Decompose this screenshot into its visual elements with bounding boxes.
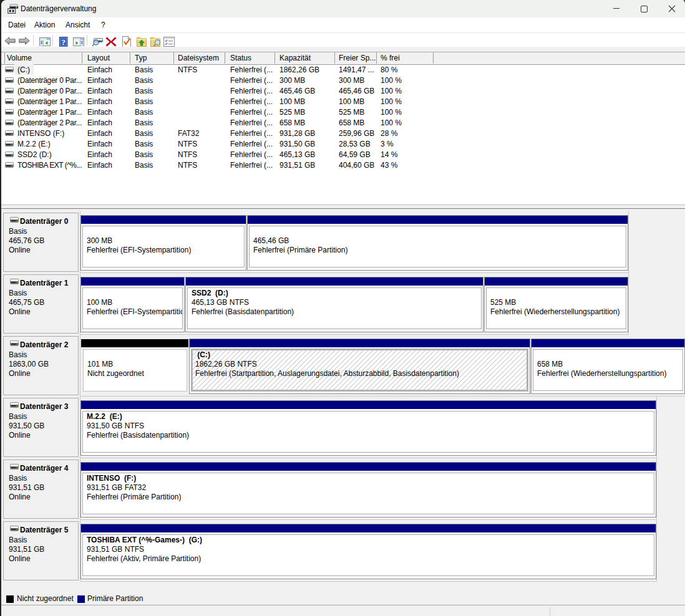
svg-text:?: ? [61,37,66,47]
